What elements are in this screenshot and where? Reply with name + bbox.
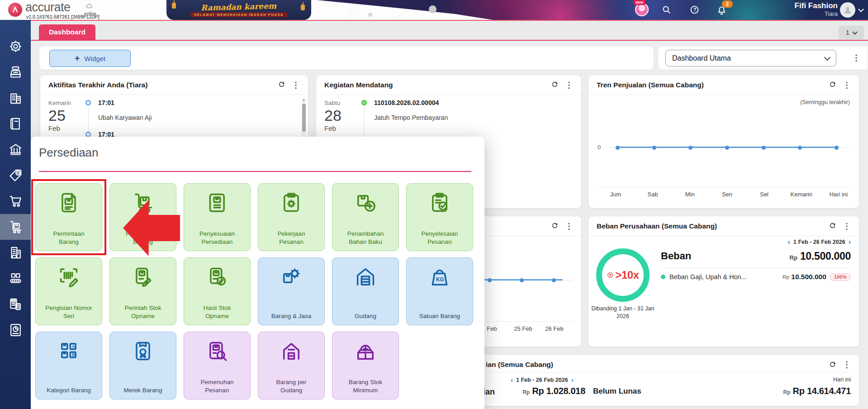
kebab-menu-icon[interactable]: ⋮ (843, 361, 851, 369)
sidebar-item[interactable] (0, 266, 31, 291)
x-axis-label: Jum (600, 191, 631, 198)
top-header: accurate online v1.0.1#3761-587261 [3499… (0, 0, 868, 20)
box-gear-icon (280, 265, 303, 289)
kebab-menu-icon[interactable]: ⋮ (843, 81, 851, 89)
menu-tile[interactable]: Perintah Stok Opname (109, 257, 176, 325)
menu-tile[interactable]: Merek Barang (109, 332, 176, 399)
refresh-icon[interactable] (829, 222, 843, 230)
menu-tile[interactable]: Pengisian Nomor Seri (35, 257, 102, 325)
tab-dashboard[interactable]: Dashboard (39, 24, 95, 40)
tab-bar: Dashboard 1 (31, 21, 868, 41)
menu-tile[interactable]: Gudang (332, 257, 399, 325)
widget-beban-perusahaan: Beban Perusahaan (Semua Cabang) ⋮ ‹ 1 Fe… (588, 216, 859, 347)
scrollbar-thumb[interactable] (302, 104, 306, 132)
refresh-icon[interactable] (551, 222, 565, 230)
search-icon[interactable] (661, 5, 672, 15)
scroll-up-icon[interactable]: ▲ (302, 98, 306, 102)
menu-tile[interactable]: Barang Stok Minimum (332, 332, 399, 399)
data-point (520, 278, 524, 282)
timeline-marker-icon (85, 100, 91, 105)
menu-tile[interactable]: Barang & Jasa (258, 257, 325, 325)
refresh-icon[interactable] (829, 81, 843, 89)
sidebar-item[interactable] (0, 291, 31, 317)
menu-tile[interactable]: Kategori Barang (35, 332, 102, 399)
x-axis-label: Sel (749, 191, 780, 198)
ramadan-banner: Ramadan kareem SELAMAT MENUNAIKAN IBADAH… (166, 0, 311, 20)
sidebar-item[interactable] (0, 317, 31, 343)
refresh-icon[interactable] (829, 361, 843, 369)
sidebar-item[interactable] (0, 240, 31, 266)
refresh-icon[interactable] (278, 81, 292, 89)
dashboard-select[interactable]: Dashboard Utama (665, 50, 836, 67)
clipboard-gear-icon (280, 191, 303, 214)
account-chevron-down-icon[interactable] (859, 7, 863, 11)
add-widget-label: Widget (85, 55, 106, 62)
legend-row[interactable]: Beban Gaji, Upah & Hon... Rp 10.500.000 … (661, 273, 851, 281)
y-axis-tick: 0 (598, 144, 601, 151)
data-point (552, 278, 556, 282)
account-block[interactable]: Fifi Fashion Tiara (795, 1, 838, 17)
menu-tile[interactable]: Penyesuaian Persediaan (184, 183, 251, 251)
kebab-menu-icon[interactable]: ⋮ (565, 81, 573, 89)
refresh-icon[interactable] (551, 81, 565, 89)
accurate-logo-icon[interactable] (8, 3, 22, 17)
menu-tile[interactable]: Satuan Barang (406, 257, 473, 325)
currency-prefix: Rp (783, 389, 791, 395)
timeline-entry[interactable]: 110108.2026.02.00004 Jatuh Tempo Pembaya… (361, 99, 568, 131)
add-widget-button[interactable]: + Widget (49, 50, 131, 67)
menu-tile[interactable]: Pemenuhan Pesanan (184, 332, 251, 399)
menu-tile[interactable]: Barang per Gudang (258, 332, 325, 399)
timeline-entry[interactable]: 17:01 Ubah Karyawan Aji (85, 99, 294, 131)
data-point (652, 146, 656, 150)
legend-dot-icon (661, 275, 665, 279)
clipboard-check-icon (428, 191, 451, 214)
kebab-menu-icon[interactable]: ⋮ (565, 222, 573, 230)
menu-tile[interactable]: Penambahan Bahan Baku (332, 183, 399, 251)
doc-box-icon (57, 191, 81, 214)
menu-tile-label: Satuan Barang (419, 304, 460, 320)
next-range-icon[interactable]: › (849, 238, 851, 246)
kebab-menu-icon[interactable]: ⋮ (843, 222, 851, 230)
kebab-menu-icon[interactable]: ⋮ (292, 81, 300, 89)
x-axis-labels: Feb25 Feb26 Feb (476, 325, 570, 332)
toolbar-kebab-menu[interactable]: ⋮ (852, 54, 860, 62)
sidebar-item[interactable] (0, 162, 31, 188)
tab-pager[interactable]: 1 (839, 26, 864, 39)
sidebar-item[interactable] (0, 59, 31, 85)
sidebar-item[interactable] (0, 111, 31, 137)
menu-tile[interactable]: Pekerjaan Pesanan (258, 183, 325, 251)
x-axis-label: Kemarin (786, 191, 817, 198)
sidebar-item[interactable] (0, 33, 31, 59)
sidebar-item[interactable] (0, 188, 31, 214)
data-point (725, 146, 729, 150)
menu-tile-label: Penambahan Bahan Baku (341, 230, 390, 246)
next-range-icon[interactable]: › (571, 376, 574, 384)
sidebar-item[interactable] (0, 137, 31, 162)
data-point (616, 146, 620, 150)
timeline-date: Sabtu 28 Feb (324, 100, 356, 132)
category-grid-icon (57, 339, 81, 363)
x-axis-label: Sen (711, 191, 743, 198)
prev-range-icon[interactable]: ‹ (788, 238, 790, 246)
sidebar-item[interactable] (0, 85, 31, 111)
menu-tile-label: Pengisian Nomor Seri (44, 304, 93, 320)
data-point (835, 146, 839, 150)
entry-code: 110108.2026.02.00004 (374, 99, 439, 106)
currency-prefix: Rp (790, 254, 797, 261)
gear-icon (8, 39, 23, 54)
menu-tile[interactable]: Penyelesaian Pesanan (406, 183, 473, 251)
user-name: Tiara (795, 10, 838, 17)
menu-tile[interactable]: Hasil Stok Opname (184, 257, 251, 325)
menu-tile-label: Kategori Barang (47, 378, 91, 394)
menu-tile[interactable]: Permintaan Barang (35, 183, 102, 251)
conveyor-icon (8, 271, 23, 286)
help-icon[interactable] (689, 5, 700, 15)
prev-range-icon[interactable]: ‹ (511, 376, 513, 384)
panel-title: Persediaan (39, 146, 99, 160)
barcode-pencil-icon (57, 265, 81, 289)
box-pencil-icon (131, 265, 155, 289)
bank-icon (8, 142, 23, 157)
chevron-down-icon (824, 54, 830, 60)
sidebar-item[interactable] (0, 214, 31, 240)
avatar[interactable] (840, 2, 855, 18)
